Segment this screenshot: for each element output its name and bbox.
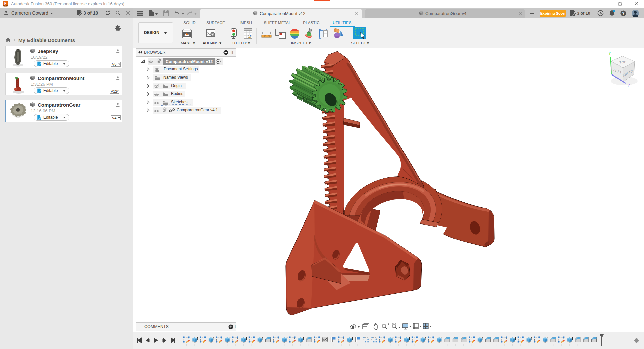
svg-text:TOP: TOP bbox=[619, 60, 626, 64]
svg-text:?: ? bbox=[622, 11, 624, 15]
svg-text:Z: Z bbox=[628, 83, 631, 88]
svg-text:360: 360 bbox=[5, 5, 7, 7]
svg-text:F: F bbox=[4, 1, 7, 5]
svg-text:Y: Y bbox=[608, 51, 611, 56]
